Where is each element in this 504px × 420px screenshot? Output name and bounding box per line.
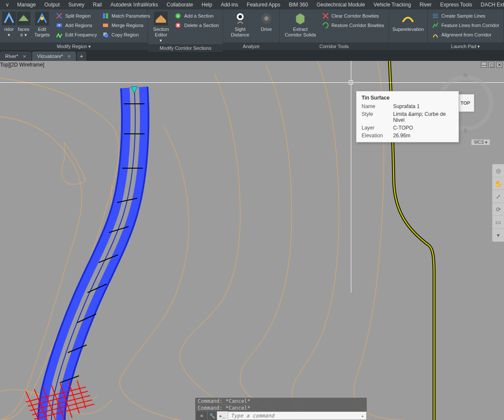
panel-title: Corridor Tools xyxy=(280,42,389,50)
menu-item[interactable]: Survey xyxy=(64,1,88,9)
copy-region-icon xyxy=(102,31,109,38)
new-tab-button[interactable]: + xyxy=(77,51,86,61)
wcs-dropdown[interactable]: WCS ▾ xyxy=(471,139,490,145)
ribbon-panel-modify-region: ridor ▾ faces e ▾ Edit Targets Split Reg… xyxy=(0,9,148,50)
steering-wheel-icon[interactable]: ◎ xyxy=(492,164,504,177)
drawing-viewport[interactable]: Top][2D Wireframe] xyxy=(0,61,504,420)
command-line: Command: *Cancel* Command: *Cancel* ✕ 🔧 … xyxy=(195,398,367,420)
menu-item[interactable]: Add-ins xyxy=(217,1,243,9)
crosshair-pickbox xyxy=(349,80,353,85)
menu-item[interactable]: Vehicle Tracking xyxy=(369,1,415,9)
label: e ▾ xyxy=(20,32,27,38)
menu-item[interactable]: River xyxy=(415,1,436,9)
minimize-icon[interactable]: — xyxy=(481,62,487,68)
ribbon-panel-corridor-tools: Extract Corridor Solids Clear Corridor B… xyxy=(280,9,389,50)
label: Alignment from Corridor xyxy=(441,32,492,37)
navigation-bar: ◎ ✋ ⤢ ⟳ ▭ ▾ xyxy=(492,164,504,242)
menu-item[interactable]: Collaborate xyxy=(163,1,197,9)
menu-item[interactable]: Autodesk InfraWorks xyxy=(106,1,162,9)
edit-frequency-button[interactable]: Edit Frequency xyxy=(54,30,99,39)
command-settings-icon[interactable]: 🔧 xyxy=(208,411,217,420)
label: Restore Corridor Bowties xyxy=(332,23,384,28)
svg-rect-12 xyxy=(103,24,108,27)
edit-targets-icon xyxy=(35,12,49,25)
panel-title[interactable]: Modify Region ▾ xyxy=(0,42,148,50)
copy-region-button[interactable]: Copy Region xyxy=(100,30,152,39)
nav-more-icon[interactable]: ▾ xyxy=(492,229,504,242)
add-section-icon: + xyxy=(175,12,181,19)
drive-button[interactable]: Drive xyxy=(256,11,277,33)
alignment-icon xyxy=(432,31,439,38)
command-input[interactable] xyxy=(228,412,359,420)
menu-item[interactable]: BIM 360 xyxy=(284,1,312,9)
add-regions-icon: + xyxy=(56,22,63,29)
match-parameters-icon xyxy=(102,12,109,19)
split-region-icon xyxy=(56,12,63,19)
showmotion-icon[interactable]: ▭ xyxy=(492,216,504,229)
extract-solids-icon xyxy=(293,12,307,25)
menu-item[interactable]: Featured Apps xyxy=(242,1,284,9)
tooltip-key: Elevation xyxy=(356,132,388,139)
menu-item[interactable]: Output xyxy=(40,1,64,9)
extract-solids-button[interactable]: Extract Corridor Solids xyxy=(282,11,319,39)
merge-regions-icon xyxy=(102,22,109,29)
tab-viizualizare[interactable]: Viizualizare* ✕ xyxy=(32,51,76,61)
delete-section-button[interactable]: Delete a Section xyxy=(173,21,220,30)
svg-point-25 xyxy=(264,16,269,21)
superelevation-button[interactable]: Superelevation xyxy=(392,11,425,33)
crosshair-horizontal xyxy=(0,82,504,83)
corridor-button[interactable]: ridor ▾ xyxy=(3,11,15,39)
menu-item[interactable]: v xyxy=(2,1,13,9)
command-close-icon[interactable]: ✕ xyxy=(196,411,208,420)
tooltip-key: Style xyxy=(356,110,388,124)
label: Corridor Solids xyxy=(285,32,316,38)
sample-lines-icon xyxy=(432,12,439,19)
panel-title: Modify Corridor Sections xyxy=(148,44,223,52)
surfaces-button[interactable]: faces e ▾ xyxy=(17,11,30,39)
close-icon[interactable]: ✕ xyxy=(67,54,71,59)
restore-bowties-button[interactable]: Restore Corridor Bowties xyxy=(320,21,386,30)
label: Extract xyxy=(293,27,308,32)
orbit-icon[interactable]: ⟳ xyxy=(492,203,504,216)
svg-marker-26 xyxy=(296,13,305,24)
section-editor-button[interactable]: Section Editor ▾ xyxy=(151,11,171,44)
create-sample-lines-button[interactable]: Create Sample Lines xyxy=(430,12,501,20)
command-prompt-icon: ▸_ xyxy=(217,411,228,420)
tooltip-title: Tin Surface xyxy=(356,91,459,103)
menu-item[interactable]: Manage xyxy=(13,1,40,9)
add-section-button[interactable]: +Add a Section xyxy=(173,12,220,20)
zoom-extents-icon[interactable]: ⤢ xyxy=(492,190,504,203)
menu-item[interactable]: Geotechnical Module xyxy=(312,1,369,9)
close-icon[interactable]: ✕ xyxy=(496,62,502,68)
menu-item[interactable]: Help xyxy=(197,1,217,9)
pan-icon[interactable]: ✋ xyxy=(492,177,504,190)
panel-title[interactable]: Launch Pad ▾ xyxy=(428,42,504,50)
merge-regions-button[interactable]: Merge Regions xyxy=(100,21,152,30)
label: Edit Frequency xyxy=(65,32,97,37)
tab-label: RIver* xyxy=(5,54,18,59)
label: Split Region xyxy=(65,13,91,18)
match-parameters-button[interactable]: Match Parameters xyxy=(100,12,152,20)
panel-title: Analyze xyxy=(223,42,279,50)
section-editor-icon xyxy=(154,12,168,25)
feature-lines-button[interactable]: Feature Lines from Corridor xyxy=(430,21,501,30)
split-region-button[interactable]: Split Region xyxy=(54,12,99,20)
add-regions-button[interactable]: +Add Regions xyxy=(54,21,99,30)
edit-targets-button[interactable]: Edit Targets xyxy=(32,11,52,39)
maximize-icon[interactable]: ◻ xyxy=(489,62,495,68)
close-icon[interactable]: ✕ xyxy=(23,54,26,59)
ribbon-panel-superelevation: Superelevation xyxy=(389,9,428,50)
menu-item[interactable]: DACH Extension xyxy=(477,1,504,9)
menu-item[interactable]: Express Tools xyxy=(436,1,476,9)
ribbon-panel-corridor-sections: Section Editor ▾ +Add a Section Delete a… xyxy=(148,9,223,50)
clear-bowties-button[interactable]: Clear Corridor Bowties xyxy=(320,12,386,20)
alignment-from-corridor-button[interactable]: Alignment from Corridor xyxy=(430,30,501,39)
menu-item[interactable]: Rail xyxy=(89,1,106,9)
tab-river[interactable]: RIver* ✕ xyxy=(0,51,31,61)
label: faces xyxy=(18,27,29,32)
sight-distance-button[interactable]: Sight Distance xyxy=(226,11,254,39)
command-history-line: Command: *Cancel* xyxy=(195,405,367,411)
sight-distance-icon xyxy=(233,12,247,25)
label: Feature Lines from Corridor xyxy=(441,23,499,28)
command-recent-icon[interactable]: ▴ xyxy=(359,414,366,418)
